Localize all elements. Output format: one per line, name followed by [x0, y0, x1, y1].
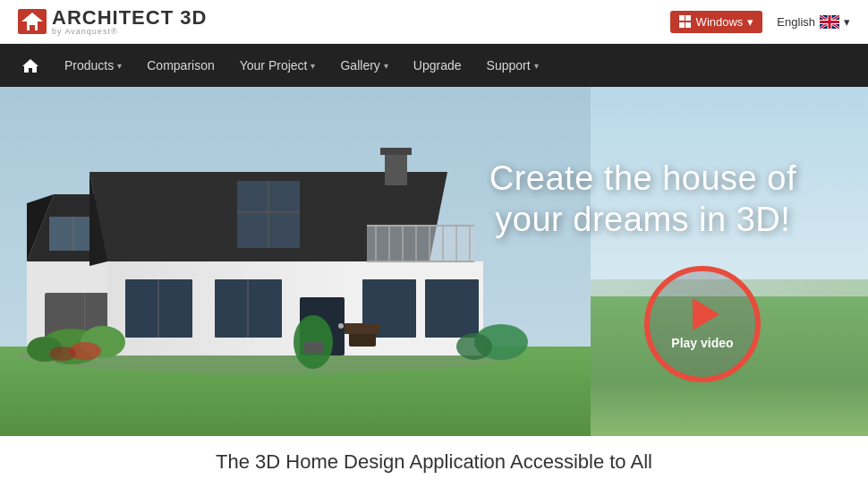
svg-rect-54	[304, 342, 324, 353]
logo-main-text: ARCHITECT 3D	[52, 8, 207, 28]
products-chevron: ▾	[117, 61, 122, 71]
svg-point-50	[49, 347, 76, 361]
tagline-section: The 3D Home Design Application Accessibl…	[0, 436, 868, 488]
lang-chevron: ▾	[844, 15, 850, 29]
windows-chevron: ▾	[747, 15, 753, 29]
hero-title-line2: your dreams in 3D!	[495, 201, 790, 238]
logo-sub-text: by Avanquest®	[52, 28, 207, 36]
play-video-button[interactable]: Play video	[644, 266, 761, 382]
nav-bar: Products ▾ Comparison Your Project ▾ Gal…	[0, 44, 868, 87]
tagline-text: The 3D Home Design Application Accessibl…	[216, 450, 652, 474]
hero-text: Create the house of your dreams in 3D!	[489, 158, 796, 240]
nav-your-project-label: Your Project	[240, 58, 308, 73]
windows-icon	[679, 15, 692, 28]
nav-gallery-label: Gallery	[340, 58, 379, 73]
nav-home-button[interactable]	[9, 44, 52, 87]
hero-title-line1: Create the house of	[489, 159, 796, 197]
windows-label: Windows	[696, 15, 744, 29]
svg-point-29	[338, 323, 344, 329]
play-video-label: Play video	[671, 336, 733, 350]
svg-rect-3	[30, 25, 35, 30]
top-bar: ARCHITECT 3D by Avanquest® Windows ▾ Eng…	[0, 0, 868, 44]
language-selector[interactable]: English ▾	[777, 15, 850, 29]
nav-comparison[interactable]: Comparison	[134, 44, 226, 87]
hero-section: Create the house of your dreams in 3D! P…	[0, 87, 868, 436]
windows-button[interactable]: Windows ▾	[670, 11, 763, 33]
nav-upgrade[interactable]: Upgrade	[401, 44, 474, 87]
svg-point-52	[456, 333, 492, 360]
svg-marker-5	[22, 59, 38, 73]
support-chevron: ▾	[534, 61, 539, 71]
house-illustration	[0, 87, 591, 436]
svg-rect-45	[380, 148, 412, 155]
logo-icon	[18, 9, 47, 34]
home-icon	[21, 57, 39, 73]
svg-rect-31	[367, 226, 474, 261]
top-right: Windows ▾ English ▾	[670, 11, 850, 33]
your-project-chevron: ▾	[311, 61, 315, 71]
hero-title: Create the house of your dreams in 3D!	[489, 158, 796, 240]
nav-upgrade-label: Upgrade	[413, 58, 462, 73]
nav-gallery[interactable]: Gallery ▾	[328, 44, 400, 87]
nav-products[interactable]: Products ▾	[52, 44, 134, 87]
svg-rect-43	[425, 279, 479, 338]
play-triangle-icon	[693, 298, 719, 330]
nav-comparison-label: Comparison	[147, 58, 214, 73]
logo-area: ARCHITECT 3D by Avanquest®	[18, 8, 207, 36]
lang-label: English	[777, 15, 815, 29]
flag-icon	[820, 15, 839, 29]
nav-products-label: Products	[64, 58, 114, 73]
gallery-chevron: ▾	[384, 61, 388, 71]
nav-support-label: Support	[487, 58, 531, 73]
svg-rect-56	[345, 323, 380, 334]
nav-your-project[interactable]: Your Project ▾	[227, 44, 328, 87]
logo-text: ARCHITECT 3D by Avanquest®	[52, 8, 207, 36]
nav-support[interactable]: Support ▾	[474, 44, 551, 87]
